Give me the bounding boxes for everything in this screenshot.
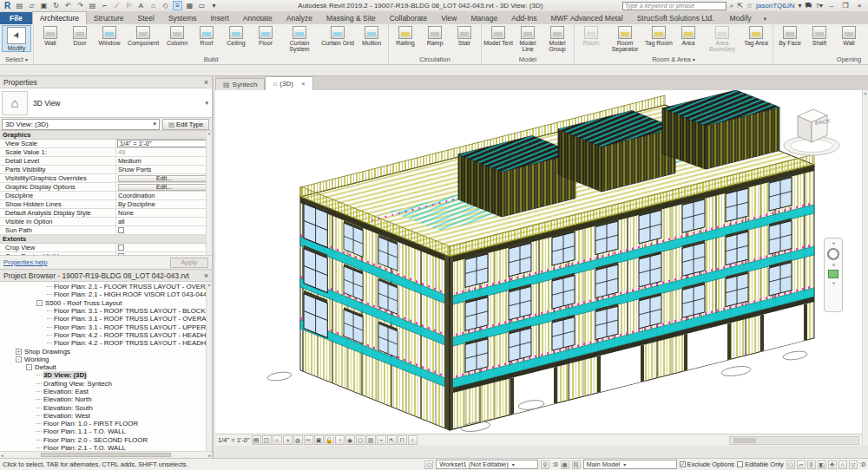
property-value[interactable]: None — [116, 209, 212, 217]
aligned-dimension-icon[interactable]: ⟋ — [112, 1, 122, 10]
section-header-graphics[interactable]: Graphics« — [0, 131, 212, 140]
chevron-down-icon[interactable]: ▾ — [201, 100, 212, 107]
ribbon-state-icon[interactable]: ▾ — [759, 14, 773, 24]
tree-item[interactable]: +Shop Drawings — [0, 347, 212, 355]
signed-in-user[interactable]: jasonTQ6JN — [756, 2, 794, 10]
reveal-hidden-icon[interactable]: ◉ — [345, 435, 355, 445]
shaft-button[interactable]: Shaft — [805, 25, 834, 46]
select-underlay-icon[interactable]: ▱ — [797, 460, 806, 469]
property-value[interactable]: Show Parts — [116, 166, 212, 173]
drag-on-selection-icon[interactable]: ✥ — [828, 460, 837, 469]
tree-item[interactable]: Floor Plan: 1.1 - T.O. WALL — [0, 428, 212, 435]
edit-button[interactable]: Edit... — [118, 175, 210, 182]
tree-item[interactable]: Floor Plan: 2.1 - FLOOR TRUSS LAYOUT - O… — [0, 283, 212, 290]
canvas-hscrollbar[interactable] — [729, 436, 859, 445]
wall-button[interactable]: Wall — [834, 25, 864, 46]
properties-scrollbar[interactable]: ▾ — [206, 131, 212, 255]
stair-button[interactable]: Stair — [450, 25, 479, 46]
design-option-combobox[interactable]: Main Model ▾ — [583, 460, 677, 469]
checkbox[interactable] — [118, 253, 124, 255]
tree-item[interactable]: -S500 - Roof Truss Layout — [0, 299, 212, 307]
ribbon-tab-steel[interactable]: Steel — [131, 12, 161, 24]
tree-item[interactable]: Floor Plan: 2.1 - HIGH ROOF VISOR LOT 04… — [0, 290, 212, 298]
zoom-tool-icon[interactable] — [828, 270, 838, 278]
tree-item[interactable]: Elevation: South — [0, 403, 212, 411]
editable-only-checkbox[interactable]: Editable Only — [737, 460, 784, 468]
tree-item[interactable]: -Default — [0, 363, 212, 371]
tree-item[interactable]: Floor Plan: 4.2 - ROOF TRUSS LAYOUT - HE… — [0, 339, 212, 347]
filter-icon[interactable]: ▽ — [849, 460, 858, 469]
section-icon[interactable]: ◇ — [161, 1, 170, 10]
model-text-button[interactable]: Model Text — [483, 25, 513, 46]
ribbon-tab-systems[interactable]: Systems — [161, 12, 204, 24]
tree-item[interactable]: Floor Plan: 2.0 - SECOND FLOOR — [0, 436, 212, 444]
scroll-left-icon[interactable]: ◂ — [1, 453, 3, 458]
model-line-button[interactable]: Model Line — [513, 25, 542, 53]
model-group-button[interactable]: Model Group — [542, 25, 572, 53]
tree-item[interactable]: -Working — [0, 356, 212, 363]
ribbon-tab-massing-site[interactable]: Massing & Site — [319, 12, 383, 24]
door-button[interactable]: Door — [65, 25, 95, 46]
ribbon-tab-insert[interactable]: Insert — [203, 12, 235, 24]
modify-button[interactable]: ➤Modify — [2, 25, 31, 52]
scroll-thumb[interactable] — [41, 453, 171, 457]
canvas-vscrollbar[interactable]: ▴ — [862, 90, 868, 446]
reveal-constraints-icon[interactable]: ⊓ — [398, 435, 407, 445]
3d-building-model[interactable] — [215, 90, 862, 446]
collapse-icon[interactable]: - — [16, 356, 22, 362]
steering-wheel-icon[interactable] — [827, 248, 839, 260]
view-selector-combobox[interactable]: 3D View: (3D) ▾ — [2, 119, 160, 130]
ribbon-tab-strucsoft-solutions-ltd-[interactable]: StrucSoft Solutions Ltd. — [630, 12, 721, 24]
view-tab-3d[interactable]: ⌂(3D)× — [265, 76, 312, 90]
properties-help-link[interactable]: Properties help — [3, 258, 47, 266]
component-button[interactable]: Component — [124, 25, 162, 46]
close-hidden-windows-icon[interactable]: ▦ — [185, 1, 194, 10]
view-cube[interactable]: BACK — [777, 97, 846, 165]
sun-path-icon[interactable]: ☼ — [273, 435, 282, 445]
search-input[interactable]: Type a keyword or phrase — [622, 2, 727, 10]
dropdown-icon[interactable]: ▾ — [799, 2, 802, 10]
tree-item[interactable]: Floor Plan: 3.1 - ROOF TRUSS LAYOUT - OV… — [0, 315, 212, 323]
tag-area-button[interactable]: Tag Area — [741, 25, 771, 46]
editable-requests-icon[interactable]: ⚲ — [541, 460, 549, 469]
edit-type-button[interactable]: ▤ Edit Type — [162, 119, 209, 130]
type-selector[interactable]: ⌂ 3D View ▾ — [0, 88, 212, 118]
rendering-icon[interactable]: ◍ — [293, 435, 303, 445]
tag-room-button[interactable]: Tag Room — [644, 25, 674, 46]
show-menu-icon[interactable]: ▤ — [15, 1, 24, 10]
tree-item[interactable]: Drafting View: Syntech — [0, 380, 212, 388]
area-button[interactable]: Area — [674, 25, 703, 46]
default-3d-view-icon[interactable]: ⌂ — [148, 1, 158, 10]
ribbon-tab-mwf-advanced-metal[interactable]: MWF Advanced Metal — [544, 12, 630, 24]
checkbox[interactable] — [118, 227, 124, 233]
customize-qat-icon[interactable]: ▾ — [209, 1, 219, 10]
select-by-face-icon[interactable]: ◧ — [818, 460, 826, 469]
exchange-apps-icon[interactable]: ⇱ — [737, 2, 743, 10]
search-binoculars-icon[interactable]: ⌕ — [730, 2, 733, 10]
ribbon-tab-view[interactable]: View — [434, 12, 464, 24]
redo-icon[interactable]: ↷ — [76, 1, 85, 10]
browser-hscrollbar[interactable]: ◂ ▸ — [0, 451, 212, 458]
select-links-icon[interactable]: ⬡ — [786, 460, 795, 469]
tree-item[interactable]: Elevation: West — [0, 412, 212, 420]
floor-button[interactable]: Floor — [251, 25, 280, 46]
ceiling-button[interactable]: Ceiling — [221, 25, 251, 46]
ribbon-tab-collaborate[interactable]: Collaborate — [383, 12, 434, 24]
tree-item[interactable]: Elevation: North — [0, 395, 212, 403]
expand-icon[interactable]: + — [16, 349, 22, 355]
select-pinned-icon[interactable]: ⚲ — [807, 460, 816, 469]
exclude-options-checkbox[interactable]: ✓ Exclude Options — [680, 460, 735, 468]
sync-icon[interactable]: ↻ — [51, 1, 61, 10]
minimize-button[interactable]: – — [826, 2, 837, 10]
navigation-bar[interactable] — [824, 238, 843, 312]
ribbon-tab-manage[interactable]: Manage — [464, 12, 505, 24]
ribbon-tab-modify[interactable]: Modify — [722, 12, 758, 24]
vertical-button[interactable]: Vertical — [864, 25, 868, 46]
property-value[interactable]: Medium — [116, 157, 212, 165]
worksharing-display-icon[interactable]: ⬡ — [356, 435, 365, 445]
measure-icon[interactable]: ⌐ — [100, 1, 109, 10]
help-icon[interactable]: ?▾ — [816, 2, 823, 10]
cart-icon[interactable]: ⛟ — [806, 2, 812, 10]
ribbon-tab-add-ins[interactable]: Add-Ins — [504, 12, 543, 24]
window-button[interactable]: Window — [95, 25, 124, 46]
